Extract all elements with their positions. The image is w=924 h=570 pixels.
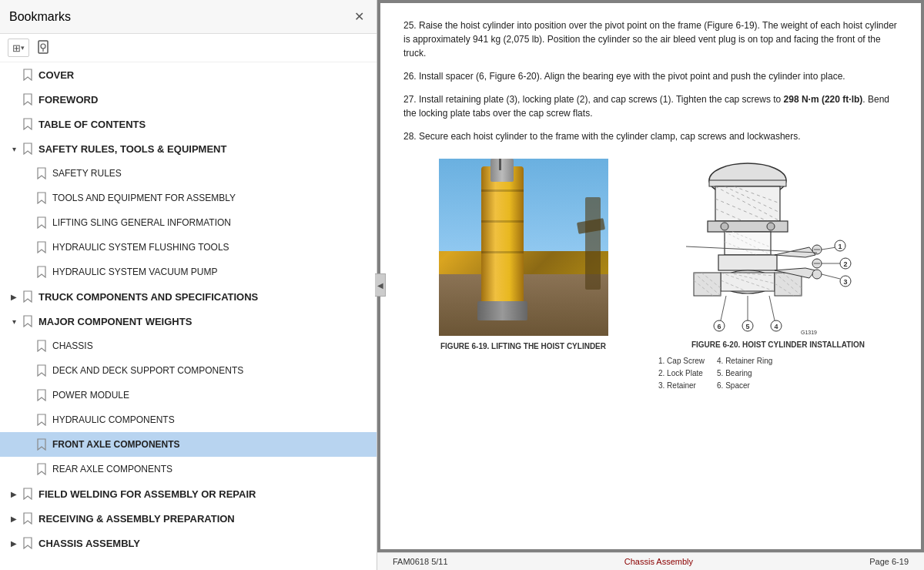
expand-icon-chassis-assembly[interactable]: ▶ [8, 536, 20, 550]
bookmark-label-tools-equipment: TOOLS AND EQUIPMENT FOR ASSEMBLY [52, 193, 236, 203]
bookmark-label-chassis-assembly: CHASSIS ASSEMBLY [38, 538, 140, 549]
figures-row: FIGURE 6-19. LIFTING THE HOIST CYLINDER [403, 159, 898, 392]
paragraph-25: 25. Raise the hoist cylinder into positi… [403, 18, 898, 60]
bookmark-flag-icon-chassis [35, 339, 48, 353]
figure-6-19-caption: FIGURE 6-19. LIFTING THE HOIST CYLINDER [440, 340, 606, 352]
expand-icon-major-component-weights[interactable]: ▾ [8, 314, 20, 328]
expand-icon-foreword[interactable] [8, 92, 20, 106]
view-toggle-button[interactable]: ⊞ ▾ [8, 39, 29, 57]
para-27-text: Install retaining plate (3), locking pla… [403, 94, 889, 119]
bookmark-icon-button[interactable] [34, 39, 52, 57]
dropdown-arrow-icon: ▾ [21, 44, 25, 52]
bookmark-item-truck-components[interactable]: ▶TRUCK COMPONENTS AND SPECIFICATIONS [0, 284, 377, 309]
bookmark-flag-icon-tools-equipment [35, 191, 48, 205]
bookmark-item-receiving-assembly[interactable]: ▶RECEIVING & ASSEMBLY PREPARATION [0, 506, 377, 531]
bookmark-flag-icon-major-component-weights [22, 314, 34, 328]
bookmarks-panel: Bookmarks ✕ ⊞ ▾ COVERFOREWORDTABLE OF CO… [0, 0, 377, 570]
svg-point-14 [767, 223, 775, 230]
svg-point-13 [721, 223, 728, 230]
bookmark-item-chassis-assembly[interactable]: ▶CHASSIS ASSEMBLY [0, 531, 377, 555]
expand-icon-truck-components[interactable]: ▶ [8, 290, 20, 303]
expand-icon-field-welding[interactable]: ▶ [8, 487, 20, 501]
expand-icon-safety-rules-tools[interactable]: ▾ [8, 142, 20, 156]
figure-6-20: 1 2 3 [658, 159, 898, 392]
bookmark-flag-icon-hydraulic-vacuum [35, 265, 48, 279]
paragraph-26: 26. Install spacer (6, Figure 6-20). Ali… [403, 69, 898, 83]
bookmark-item-cover[interactable]: COVER [0, 62, 377, 87]
bookmark-item-rear-axle[interactable]: REAR AXLE COMPONENTS [0, 457, 377, 481]
pdf-footer: FAM0618 5/11 Chassis Assembly Page 6-19 [377, 552, 924, 570]
svg-text:6: 6 [717, 323, 721, 330]
bookmark-item-safety-rules-tools[interactable]: ▾SAFETY RULES, TOOLS & EQUIPMENT [0, 136, 377, 161]
bookmark-item-lifting-sling[interactable]: LIFTING SLING GENERAL INFORMATION [0, 210, 377, 235]
chevron-left-icon: ◀ [377, 281, 383, 290]
bookmark-flag-icon-power-module [35, 388, 48, 402]
pdf-content: 25. Raise the hoist cylinder into positi… [380, 3, 921, 549]
bookmark-item-hydraulic-flushing[interactable]: HYDRAULIC SYSTEM FLUSHING TOOLS [0, 235, 377, 260]
bookmark-item-front-axle[interactable]: FRONT AXLE COMPONENTS [0, 432, 377, 457]
bookmark-label-cover: COVER [38, 69, 74, 81]
bookmark-label-field-welding: FIELD WELDING FOR ASSEMBLY OR REPAIR [38, 488, 256, 500]
bookmark-flag-icon-toc [22, 117, 34, 131]
expand-icon-toc[interactable] [8, 117, 20, 131]
bookmark-flag-icon-safety-rules-tools [22, 142, 34, 156]
bookmark-label-hydraulic-components: HYDRAULIC COMPONENTS [52, 414, 175, 425]
footer-title: Chassis Assembly [624, 557, 693, 566]
bookmark-item-safety-rules[interactable]: SAFETY RULES [0, 161, 377, 186]
svg-text:2: 2 [843, 260, 847, 268]
bookmark-label-deck-support: DECK AND DECK SUPPORT COMPONENTS [52, 365, 243, 376]
bookmark-label-receiving-assembly: RECEIVING & ASSEMBLY PREPARATION [38, 513, 235, 525]
bookmark-label-hydraulic-vacuum: HYDRAULIC SYSTEM VACUUM PUMP [52, 267, 217, 277]
bookmark-item-tools-equipment[interactable]: TOOLS AND EQUIPMENT FOR ASSEMBLY [0, 186, 377, 210]
bookmark-flag-icon-lifting-sling [35, 216, 48, 230]
bookmark-item-hydraulic-components[interactable]: HYDRAULIC COMPONENTS [0, 407, 377, 432]
bookmark-label-chassis: CHASSIS [52, 340, 93, 351]
footer-doc-id: FAM0618 5/11 [393, 557, 448, 566]
bookmark-item-hydraulic-vacuum[interactable]: HYDRAULIC SYSTEM VACUUM PUMP [0, 260, 377, 284]
pdf-panel: 25. Raise the hoist cylinder into positi… [377, 0, 924, 570]
bookmark-icon [37, 40, 49, 56]
figure-6-20-diagram: 1 2 3 [686, 159, 871, 336]
svg-rect-5 [709, 180, 786, 186]
expand-icon-cover[interactable] [8, 68, 20, 82]
collapse-panel-button[interactable]: ◀ [375, 273, 386, 297]
bookmark-label-toc: TABLE OF CONTENTS [38, 119, 146, 130]
paragraph-27: 27. Install retaining plate (3), locking… [403, 92, 898, 120]
view-icon: ⊞ [12, 42, 21, 54]
bookmark-item-foreword[interactable]: FOREWORD [0, 87, 377, 112]
bookmarks-title: Bookmarks [9, 10, 71, 24]
bookmark-item-chassis[interactable]: CHASSIS [0, 334, 377, 358]
bookmark-item-major-component-weights[interactable]: ▾MAJOR COMPONENT WEIGHTS [0, 309, 377, 334]
bookmark-label-safety-rules-tools: SAFETY RULES, TOOLS & EQUIPMENT [38, 143, 226, 155]
bookmark-item-power-module[interactable]: POWER MODULE [0, 383, 377, 407]
expand-icon-receiving-assembly[interactable]: ▶ [8, 511, 20, 525]
para-27-number: 27. [403, 94, 417, 105]
bookmark-label-safety-rules: SAFETY RULES [52, 168, 122, 179]
bookmark-flag-icon-rear-axle [35, 462, 48, 476]
figure-6-19: FIGURE 6-19. LIFTING THE HOIST CYLINDER [403, 159, 643, 352]
bookmark-label-hydraulic-flushing: HYDRAULIC SYSTEM FLUSHING TOOLS [52, 242, 229, 253]
paragraph-28: 28. Secure each hoist cylinder to the fr… [403, 129, 898, 143]
para-28-number: 28. [403, 131, 417, 142]
bookmark-item-deck-support[interactable]: DECK AND DECK SUPPORT COMPONENTS [0, 358, 377, 383]
svg-text:4: 4 [774, 323, 778, 330]
bookmark-item-toc[interactable]: TABLE OF CONTENTS [0, 112, 377, 136]
bookmark-label-power-module: POWER MODULE [52, 390, 129, 401]
svg-point-45 [812, 270, 822, 279]
para-25-text: Raise the hoist cylinder into position o… [403, 20, 897, 59]
svg-text:3: 3 [843, 278, 847, 286]
para-26-text: Install spacer (6, Figure 6-20). Align t… [419, 71, 845, 82]
bookmark-item-field-welding[interactable]: ▶FIELD WELDING FOR ASSEMBLY OR REPAIR [0, 481, 377, 506]
bookmark-label-major-component-weights: MAJOR COMPONENT WEIGHTS [38, 316, 192, 327]
bookmarks-toolbar: ⊞ ▾ [0, 34, 377, 62]
para-26-number: 26. [403, 71, 417, 82]
bookmark-label-truck-components: TRUCK COMPONENTS AND SPECIFICATIONS [38, 291, 258, 303]
bookmark-label-front-axle: FRONT AXLE COMPONENTS [52, 439, 180, 450]
bookmark-flag-icon-truck-components [22, 290, 34, 303]
footer-page: Page 6-19 [869, 557, 909, 566]
figure-6-19-image [439, 159, 608, 336]
bookmark-label-foreword: FOREWORD [38, 94, 98, 106]
bookmark-flag-icon-safety-rules [35, 166, 48, 180]
para-25-number: 25. [403, 20, 417, 31]
close-button[interactable]: ✕ [351, 8, 367, 25]
